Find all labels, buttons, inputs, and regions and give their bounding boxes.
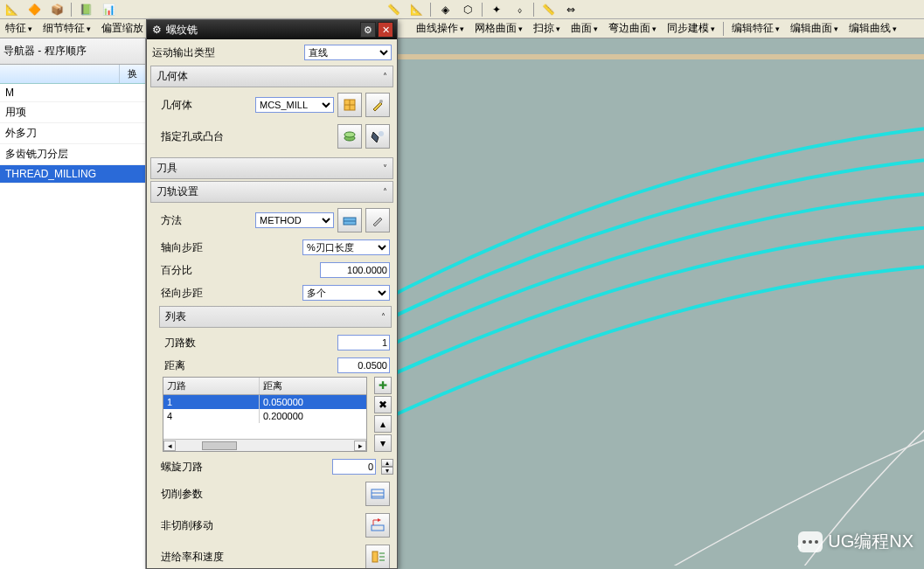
menu-item[interactable]: 细节特征▾ <box>38 19 96 38</box>
dialog-icon: ⚙ <box>149 22 164 38</box>
noncut-label: 非切削移动 <box>161 518 362 533</box>
menu-item[interactable]: 编辑特征▾ <box>726 19 785 38</box>
toolbar-icon[interactable]: ✦ <box>487 1 506 18</box>
percent-input[interactable] <box>320 262 390 278</box>
menu-item[interactable]: 弯边曲面▾ <box>603 19 662 38</box>
svg-point-4 <box>379 131 384 136</box>
list-remove-button[interactable]: ✖ <box>374 396 392 413</box>
toolbar-icon[interactable]: 📊 <box>99 1 118 18</box>
menu-item[interactable]: 扫掠▾ <box>528 19 566 38</box>
menu-item[interactable]: 曲面▾ <box>566 19 603 38</box>
passes-label: 刀路数 <box>164 336 337 350</box>
list-add-button[interactable]: ✚ <box>374 377 392 394</box>
table-row[interactable]: 10.050000 <box>163 395 366 409</box>
feedrate-button[interactable] <box>365 545 390 568</box>
nav-row[interactable]: M <box>0 84 145 102</box>
list-up-button[interactable]: ▴ <box>374 415 392 433</box>
holes-label: 指定孔或凸台 <box>161 129 334 144</box>
dialog-title-text: 螺纹铣 <box>166 23 198 38</box>
cut-params-label: 切削参数 <box>161 487 362 502</box>
percent-label: 百分比 <box>161 263 320 278</box>
section-geometry[interactable]: 几何体 ˄ <box>150 66 393 87</box>
section-tool[interactable]: 刀具 ˅ <box>150 157 393 179</box>
col-dist: 距离 <box>260 378 366 394</box>
chevron-up-icon: ˄ <box>381 312 386 322</box>
geometry-select[interactable]: MCS_MILL <box>255 97 334 113</box>
svg-rect-8 <box>372 552 378 562</box>
nav-row[interactable]: 用项 <box>0 102 145 123</box>
list-down-button[interactable]: ▾ <box>374 434 392 452</box>
menu-item[interactable]: 网格曲面▾ <box>469 19 528 38</box>
toolbar-icon[interactable]: 📗 <box>76 1 95 18</box>
chevron-up-icon: ˄ <box>383 72 387 81</box>
section-list[interactable]: 列表 ˄ <box>159 306 392 328</box>
method-select[interactable]: METHOD <box>255 212 334 228</box>
svg-point-3 <box>344 132 355 137</box>
feedrate-label: 进给率和速度 <box>161 550 362 565</box>
radial-step-select[interactable]: 多个 <box>302 285 390 301</box>
method-new-button[interactable] <box>337 208 362 232</box>
chevron-up-icon: ˄ <box>383 187 387 197</box>
dialog-titlebar[interactable]: ⚙ 螺纹铣 ⚙ ✕ <box>147 20 397 39</box>
operation-navigator: 导航器 - 程序顺序 换 M用项外多刀多齿铣刀分层THREAD_MILLING <box>0 38 146 569</box>
toolbar-icon[interactable]: ⬨ <box>510 1 529 18</box>
section-toolpath[interactable]: 刀轨设置 ˄ <box>150 181 393 203</box>
geometry-new-button[interactable] <box>337 93 362 117</box>
toolbar-icon[interactable]: 📐 <box>2 1 21 18</box>
menu-item[interactable]: 曲线操作▾ <box>411 19 469 38</box>
spin-up[interactable]: ▴ <box>381 459 393 467</box>
helix-input[interactable] <box>332 459 376 475</box>
toolbar-icon[interactable]: 📦 <box>47 1 66 18</box>
toolbar-icon[interactable]: 📏 <box>384 1 403 18</box>
cut-params-button[interactable] <box>365 482 390 506</box>
passes-input[interactable] <box>337 335 390 350</box>
menu-item[interactable]: 偏置缩放 <box>96 19 149 38</box>
spin-down[interactable]: ▾ <box>381 467 393 475</box>
menu-item[interactable]: 编辑曲线▾ <box>844 19 902 38</box>
radial-step-label: 径向步距 <box>161 286 302 301</box>
helix-label: 螺旋刀路 <box>161 460 332 475</box>
axial-step-label: 轴向步距 <box>161 240 302 255</box>
menubar: 特征▾ 细节特征▾ 偏置缩放 曲线操作▾ 网格曲面▾ 扫掠▾ 曲面▾ 弯边曲面▾… <box>0 19 924 38</box>
menu-item[interactable]: 编辑曲面▾ <box>785 19 844 38</box>
nav-row[interactable]: 外多刀 <box>0 123 145 144</box>
geometry-edit-button[interactable] <box>365 93 390 117</box>
motion-output-select[interactable]: 直线 <box>304 45 392 60</box>
noncut-button[interactable] <box>365 513 390 538</box>
menu-item[interactable]: 特征▾ <box>0 19 38 38</box>
settings-button[interactable]: ⚙ <box>360 22 376 38</box>
toolbar-icon[interactable]: ⇔ <box>561 1 580 18</box>
flashlight-button[interactable] <box>365 124 390 149</box>
distance-input[interactable] <box>337 357 390 373</box>
toolbar-icon[interactable]: ◈ <box>435 1 455 18</box>
table-row[interactable]: 40.200000 <box>163 409 366 423</box>
svg-point-1 <box>379 100 383 103</box>
menu-item[interactable]: 同步建模▾ <box>662 19 720 38</box>
navigator-title: 导航器 - 程序顺序 <box>0 38 145 65</box>
specify-holes-button[interactable] <box>337 124 362 149</box>
navigator-header: 换 <box>0 65 145 84</box>
method-edit-button[interactable] <box>365 208 390 232</box>
toolbar-icon[interactable]: 📏 <box>538 1 558 18</box>
chevron-down-icon: ˅ <box>383 163 387 173</box>
toolbar-icon[interactable]: ⬡ <box>458 1 477 18</box>
col-change[interactable]: 换 <box>119 65 145 83</box>
col-pass: 刀路 <box>163 378 260 394</box>
close-button[interactable]: ✕ <box>378 22 393 38</box>
distance-label: 距离 <box>164 358 337 373</box>
method-label: 方法 <box>161 213 255 228</box>
svg-rect-7 <box>372 525 384 531</box>
toolbar-icon[interactable]: 🔶 <box>24 1 44 18</box>
axial-step-select[interactable]: %刃口长度 <box>302 239 390 255</box>
nav-row[interactable]: THREAD_MILLING <box>0 165 145 184</box>
toolbar-icon[interactable]: 📐 <box>406 1 426 18</box>
pass-list-table[interactable]: 刀路 距离 10.05000040.200000 ◂▸ <box>163 377 367 452</box>
geometry-label: 几何体 <box>161 98 255 113</box>
table-scrollbar[interactable]: ◂▸ <box>163 439 366 451</box>
motion-output-label: 运动输出类型 <box>152 45 304 60</box>
nav-row[interactable]: 多齿铣刀分层 <box>0 144 145 165</box>
watermark: UG编程NX <box>798 530 914 553</box>
thread-milling-dialog: ⚙ 螺纹铣 ⚙ ✕ 运动输出类型 直线 几何体 ˄ 几何体 MCS_MILL <box>146 19 398 569</box>
top-toolbar: 📐 🔶 📦 📗 📊 📏 📐 ◈ ⬡ ✦ ⬨ 📏 ⇔ <box>0 0 924 19</box>
